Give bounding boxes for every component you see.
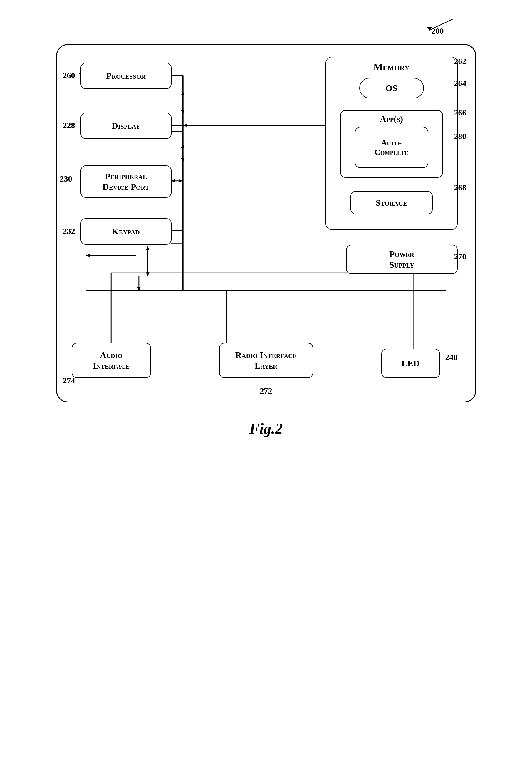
- svg-marker-16: [137, 287, 140, 291]
- peripheral-box: PeripheralDevice Port: [80, 165, 172, 198]
- svg-marker-7: [181, 110, 184, 114]
- processor-label: Processor: [106, 70, 146, 81]
- svg-marker-6: [181, 91, 184, 95]
- fig-caption: Fig.2: [249, 420, 283, 437]
- display-label: Display: [112, 120, 140, 131]
- keypad-label: Keypad: [112, 226, 140, 237]
- radio-interface-label: Radio InterfaceLayer: [235, 350, 297, 371]
- ref-272: 272: [260, 386, 272, 396]
- apps-label: App(s): [380, 114, 403, 124]
- svg-marker-41: [85, 253, 90, 257]
- ref-260-arrow: [63, 71, 80, 77]
- ref-270: 270: [454, 252, 466, 261]
- svg-marker-1: [427, 27, 432, 30]
- svg-marker-23: [183, 124, 187, 127]
- memory-title: Memory: [326, 61, 457, 73]
- keypad-box: Keypad: [80, 218, 172, 245]
- ref-262: 262: [454, 57, 466, 66]
- ref-232: 232: [63, 226, 75, 236]
- svg-marker-19: [181, 158, 184, 162]
- ref-274: 274: [63, 376, 75, 385]
- ref-228: 228: [63, 121, 75, 130]
- processor-box: Processor: [80, 63, 172, 89]
- svg-marker-18: [181, 144, 184, 148]
- ref-230: 230: [60, 174, 72, 184]
- svg-marker-12: [172, 179, 175, 183]
- ref-268: 268: [454, 183, 466, 192]
- ref-266: 266: [454, 108, 466, 117]
- ref-240: 240: [445, 352, 458, 362]
- autocomplete-box: Auto-Complete: [355, 127, 428, 168]
- power-supply-box: PowerSupply: [346, 245, 458, 274]
- ref-280: 280: [454, 132, 466, 141]
- main-diagram-box: Processor 260 Display 228 PeripheralDevi…: [56, 44, 476, 402]
- autocomplete-label: Auto-Complete: [375, 138, 408, 157]
- ref-264: 264: [454, 79, 466, 88]
- storage-label: Storage: [376, 197, 407, 208]
- led-label: LED: [402, 358, 420, 369]
- storage-box: Storage: [350, 191, 433, 214]
- memory-box: Memory OS App(s) Auto-Complete Storage: [325, 57, 458, 230]
- svg-line-0: [429, 19, 453, 30]
- apps-box: App(s) Auto-Complete: [340, 110, 443, 178]
- audio-interface-box: AudioInterface: [72, 343, 151, 378]
- svg-marker-13: [179, 179, 182, 183]
- led-box: LED: [381, 349, 440, 378]
- page-container: 200: [0, 0, 532, 769]
- svg-marker-39: [146, 272, 149, 276]
- arrow-200-svg: [406, 16, 464, 32]
- svg-marker-38: [146, 246, 149, 250]
- radio-interface-box: Radio InterfaceLayer: [219, 343, 313, 378]
- peripheral-label: PeripheralDevice Port: [103, 171, 149, 192]
- diagram-wrapper: 200: [38, 29, 494, 402]
- audio-interface-label: AudioInterface: [93, 350, 130, 371]
- os-label: OS: [385, 83, 397, 93]
- power-supply-label: PowerSupply: [389, 249, 414, 270]
- os-box: OS: [359, 78, 424, 98]
- display-box: Display: [80, 113, 172, 139]
